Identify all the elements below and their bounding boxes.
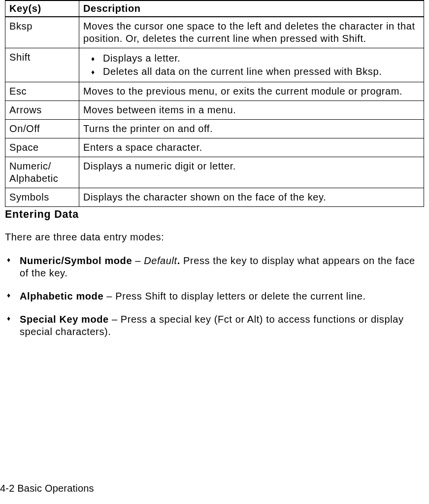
- desc-cell: Moves to the previous menu, or exits the…: [79, 82, 424, 101]
- key-cell: Space: [5, 138, 79, 157]
- mode-rest: Press Shift to display letters or delete…: [115, 291, 365, 302]
- desc-cell: Enters a space character.: [79, 138, 424, 157]
- lead-paragraph: There are three data entry modes:: [5, 232, 424, 243]
- table-row: Shift Displays a letter. Deletes all dat…: [5, 48, 424, 82]
- separator: –: [109, 314, 121, 325]
- desc-cell: Moves the cursor one space to the left a…: [79, 17, 424, 48]
- column-header-key: Key(s): [5, 0, 79, 17]
- column-header-description: Description: [79, 0, 424, 17]
- desc-cell: Turns the printer on and off.: [79, 120, 424, 138]
- document-page: Key(s) Description Bksp Moves the cursor…: [0, 0, 429, 504]
- table-row: Numeric/ Alphabetic Displays a numeric d…: [5, 157, 424, 188]
- section-heading-entering-data: Entering Data: [5, 208, 411, 221]
- table-row: Bksp Moves the cursor one space to the l…: [5, 17, 424, 48]
- list-item: Displays a letter.: [93, 52, 420, 65]
- table-header-row: Key(s) Description: [5, 0, 424, 17]
- table-row: On/Off Turns the printer on and off.: [5, 120, 424, 138]
- page-footer: 4-2 Basic Operations: [0, 483, 94, 494]
- key-cell: Numeric/ Alphabetic: [5, 157, 79, 188]
- mode-name: Alphabetic mode: [20, 291, 103, 302]
- mode-item-numeric-symbol: Numeric/Symbol mode – Default. Press the…: [20, 255, 422, 279]
- key-line-2: Alphabetic: [9, 173, 58, 184]
- mode-item-special-key: Special Key mode – Press a special key (…: [20, 313, 422, 338]
- table-row: Arrows Moves between items in a menu.: [5, 101, 424, 120]
- key-cell: Esc: [5, 82, 79, 101]
- desc-cell: Displays a letter. Deletes all data on t…: [79, 48, 424, 82]
- keys-table: Key(s) Description Bksp Moves the cursor…: [5, 0, 424, 207]
- table-row: Esc Moves to the previous menu, or exits…: [5, 82, 424, 101]
- mode-item-alphabetic: Alphabetic mode – Press Shift to display…: [20, 290, 422, 302]
- desc-cell: Displays a numeric digit or letter.: [79, 157, 424, 188]
- shift-sub-list: Displays a letter. Deletes all data on t…: [83, 52, 420, 78]
- table-row: Space Enters a space character.: [5, 138, 424, 157]
- key-cell: On/Off: [5, 120, 79, 138]
- mode-name: Numeric/Symbol mode: [20, 255, 132, 266]
- key-cell: Shift: [5, 48, 79, 82]
- separator: –: [103, 291, 115, 302]
- key-cell: Symbols: [5, 188, 79, 207]
- separator: –: [132, 255, 144, 266]
- key-cell: Bksp: [5, 17, 79, 48]
- desc-cell: Moves between items in a menu.: [79, 101, 424, 120]
- key-cell: Arrows: [5, 101, 79, 120]
- mode-default-label: Default: [144, 255, 177, 266]
- list-item: Deletes all data on the current line whe…: [93, 66, 420, 78]
- table-row: Symbols Displays the character shown on …: [5, 188, 424, 207]
- mode-name: Special Key mode: [20, 314, 109, 325]
- desc-cell: Displays the character shown on the face…: [79, 188, 424, 207]
- modes-list: Numeric/Symbol mode – Default. Press the…: [5, 255, 424, 338]
- key-line-1: Numeric/: [9, 161, 51, 171]
